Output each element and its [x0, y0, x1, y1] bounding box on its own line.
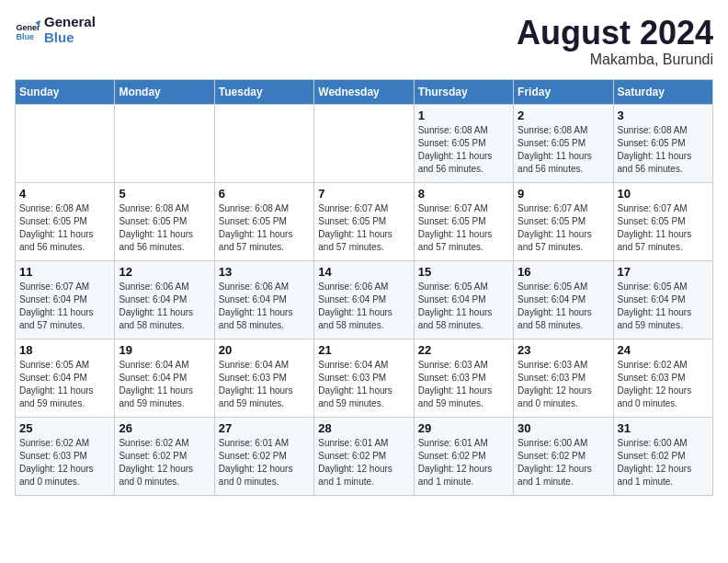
- day-cell: 1Sunrise: 6:08 AM Sunset: 6:05 PM Daylig…: [414, 104, 513, 182]
- day-number: 7: [318, 187, 409, 201]
- day-info: Sunrise: 6:05 AM Sunset: 6:04 PM Dayligh…: [19, 359, 110, 410]
- day-number: 22: [418, 343, 509, 357]
- day-cell: 17Sunrise: 6:05 AM Sunset: 6:04 PM Dayli…: [613, 260, 712, 339]
- calendar-subtitle: Makamba, Burundi: [517, 52, 713, 68]
- header-row: SundayMondayTuesdayWednesdayThursdayFrid…: [16, 79, 713, 104]
- day-cell: 20Sunrise: 6:04 AM Sunset: 6:03 PM Dayli…: [214, 339, 313, 417]
- day-number: 17: [618, 265, 709, 279]
- day-info: Sunrise: 6:06 AM Sunset: 6:04 PM Dayligh…: [318, 281, 409, 332]
- day-info: Sunrise: 6:02 AM Sunset: 6:03 PM Dayligh…: [19, 437, 110, 488]
- header-wednesday: Wednesday: [314, 79, 414, 104]
- page-header: General Blue General Blue August 2024 Ma…: [15, 15, 713, 68]
- header-saturday: Saturday: [613, 79, 712, 104]
- day-info: Sunrise: 6:00 AM Sunset: 6:02 PM Dayligh…: [518, 437, 609, 488]
- day-info: Sunrise: 6:01 AM Sunset: 6:02 PM Dayligh…: [318, 437, 409, 488]
- day-number: 15: [418, 265, 509, 279]
- day-info: Sunrise: 6:00 AM Sunset: 6:02 PM Dayligh…: [618, 437, 709, 488]
- day-cell: [16, 104, 115, 182]
- day-info: Sunrise: 6:07 AM Sunset: 6:04 PM Dayligh…: [19, 281, 110, 332]
- day-number: 2: [518, 109, 609, 122]
- day-cell: 27Sunrise: 6:01 AM Sunset: 6:02 PM Dayli…: [214, 417, 313, 495]
- day-info: Sunrise: 6:07 AM Sunset: 6:05 PM Dayligh…: [618, 202, 709, 254]
- calendar-title: August 2024: [517, 15, 713, 52]
- header-sunday: Sunday: [16, 79, 115, 104]
- day-cell: [214, 104, 313, 182]
- day-cell: 21Sunrise: 6:04 AM Sunset: 6:03 PM Dayli…: [314, 339, 414, 417]
- day-info: Sunrise: 6:04 AM Sunset: 6:03 PM Dayligh…: [219, 359, 310, 410]
- day-cell: 5Sunrise: 6:08 AM Sunset: 6:05 PM Daylig…: [115, 182, 214, 260]
- day-info: Sunrise: 6:01 AM Sunset: 6:02 PM Dayligh…: [418, 437, 509, 488]
- header-monday: Monday: [115, 79, 214, 104]
- day-cell: [314, 104, 414, 182]
- day-info: Sunrise: 6:08 AM Sunset: 6:05 PM Dayligh…: [19, 202, 110, 254]
- title-block: August 2024 Makamba, Burundi: [517, 15, 713, 68]
- header-tuesday: Tuesday: [214, 79, 313, 104]
- day-cell: 2Sunrise: 6:08 AM Sunset: 6:05 PM Daylig…: [514, 104, 613, 182]
- day-cell: 7Sunrise: 6:07 AM Sunset: 6:05 PM Daylig…: [314, 182, 414, 260]
- logo: General Blue General Blue: [15, 15, 96, 45]
- day-cell: 19Sunrise: 6:04 AM Sunset: 6:04 PM Dayli…: [115, 339, 214, 417]
- day-number: 5: [119, 187, 210, 201]
- day-number: 12: [119, 265, 210, 279]
- day-info: Sunrise: 6:08 AM Sunset: 6:05 PM Dayligh…: [219, 202, 310, 254]
- day-number: 25: [19, 421, 110, 435]
- day-cell: 13Sunrise: 6:06 AM Sunset: 6:04 PM Dayli…: [214, 260, 313, 339]
- day-number: 31: [618, 421, 709, 435]
- day-info: Sunrise: 6:05 AM Sunset: 6:04 PM Dayligh…: [418, 281, 509, 332]
- day-number: 30: [518, 421, 609, 435]
- day-number: 13: [219, 265, 310, 279]
- day-number: 27: [219, 421, 310, 435]
- week-row-4: 18Sunrise: 6:05 AM Sunset: 6:04 PM Dayli…: [16, 339, 713, 417]
- week-row-5: 25Sunrise: 6:02 AM Sunset: 6:03 PM Dayli…: [16, 417, 713, 495]
- day-number: 21: [318, 343, 409, 357]
- day-info: Sunrise: 6:05 AM Sunset: 6:04 PM Dayligh…: [618, 281, 709, 332]
- header-thursday: Thursday: [414, 79, 513, 104]
- logo-icon: General Blue: [15, 17, 40, 43]
- week-row-3: 11Sunrise: 6:07 AM Sunset: 6:04 PM Dayli…: [16, 260, 713, 339]
- day-number: 1: [418, 109, 509, 122]
- week-row-2: 4Sunrise: 6:08 AM Sunset: 6:05 PM Daylig…: [16, 182, 713, 260]
- day-info: Sunrise: 6:01 AM Sunset: 6:02 PM Dayligh…: [219, 437, 310, 488]
- day-cell: 15Sunrise: 6:05 AM Sunset: 6:04 PM Dayli…: [414, 260, 513, 339]
- day-info: Sunrise: 6:04 AM Sunset: 6:03 PM Dayligh…: [318, 359, 409, 410]
- logo-line2: Blue: [44, 30, 96, 46]
- day-info: Sunrise: 6:02 AM Sunset: 6:02 PM Dayligh…: [119, 437, 210, 488]
- day-info: Sunrise: 6:08 AM Sunset: 6:05 PM Dayligh…: [119, 202, 210, 254]
- day-cell: 26Sunrise: 6:02 AM Sunset: 6:02 PM Dayli…: [115, 417, 214, 495]
- day-number: 20: [219, 343, 310, 357]
- day-cell: 29Sunrise: 6:01 AM Sunset: 6:02 PM Dayli…: [414, 417, 513, 495]
- day-info: Sunrise: 6:08 AM Sunset: 6:05 PM Dayligh…: [518, 124, 609, 176]
- day-cell: 8Sunrise: 6:07 AM Sunset: 6:05 PM Daylig…: [414, 182, 513, 260]
- day-cell: 12Sunrise: 6:06 AM Sunset: 6:04 PM Dayli…: [115, 260, 214, 339]
- day-info: Sunrise: 6:04 AM Sunset: 6:04 PM Dayligh…: [119, 359, 210, 410]
- day-cell: 11Sunrise: 6:07 AM Sunset: 6:04 PM Dayli…: [16, 260, 115, 339]
- calendar-table: SundayMondayTuesdayWednesdayThursdayFrid…: [15, 79, 713, 496]
- day-number: 14: [318, 265, 409, 279]
- day-info: Sunrise: 6:07 AM Sunset: 6:05 PM Dayligh…: [318, 202, 409, 254]
- day-number: 8: [418, 187, 509, 201]
- day-cell: 3Sunrise: 6:08 AM Sunset: 6:05 PM Daylig…: [613, 104, 712, 182]
- day-cell: 30Sunrise: 6:00 AM Sunset: 6:02 PM Dayli…: [514, 417, 613, 495]
- header-friday: Friday: [514, 79, 613, 104]
- week-row-1: 1Sunrise: 6:08 AM Sunset: 6:05 PM Daylig…: [16, 104, 713, 182]
- day-info: Sunrise: 6:08 AM Sunset: 6:05 PM Dayligh…: [618, 124, 709, 176]
- day-number: 28: [318, 421, 409, 435]
- day-info: Sunrise: 6:06 AM Sunset: 6:04 PM Dayligh…: [219, 281, 310, 332]
- day-number: 26: [119, 421, 210, 435]
- day-cell: 24Sunrise: 6:02 AM Sunset: 6:03 PM Dayli…: [613, 339, 712, 417]
- day-cell: 18Sunrise: 6:05 AM Sunset: 6:04 PM Dayli…: [16, 339, 115, 417]
- day-cell: 4Sunrise: 6:08 AM Sunset: 6:05 PM Daylig…: [16, 182, 115, 260]
- svg-text:General: General: [16, 23, 40, 32]
- day-cell: [115, 104, 214, 182]
- day-number: 29: [418, 421, 509, 435]
- day-info: Sunrise: 6:05 AM Sunset: 6:04 PM Dayligh…: [518, 281, 609, 332]
- day-cell: 16Sunrise: 6:05 AM Sunset: 6:04 PM Dayli…: [514, 260, 613, 339]
- day-number: 11: [19, 265, 110, 279]
- day-number: 4: [19, 187, 110, 201]
- day-cell: 25Sunrise: 6:02 AM Sunset: 6:03 PM Dayli…: [16, 417, 115, 495]
- day-cell: 14Sunrise: 6:06 AM Sunset: 6:04 PM Dayli…: [314, 260, 414, 339]
- day-number: 3: [618, 109, 709, 122]
- day-cell: 9Sunrise: 6:07 AM Sunset: 6:05 PM Daylig…: [514, 182, 613, 260]
- day-cell: 31Sunrise: 6:00 AM Sunset: 6:02 PM Dayli…: [613, 417, 712, 495]
- day-info: Sunrise: 6:03 AM Sunset: 6:03 PM Dayligh…: [418, 359, 509, 410]
